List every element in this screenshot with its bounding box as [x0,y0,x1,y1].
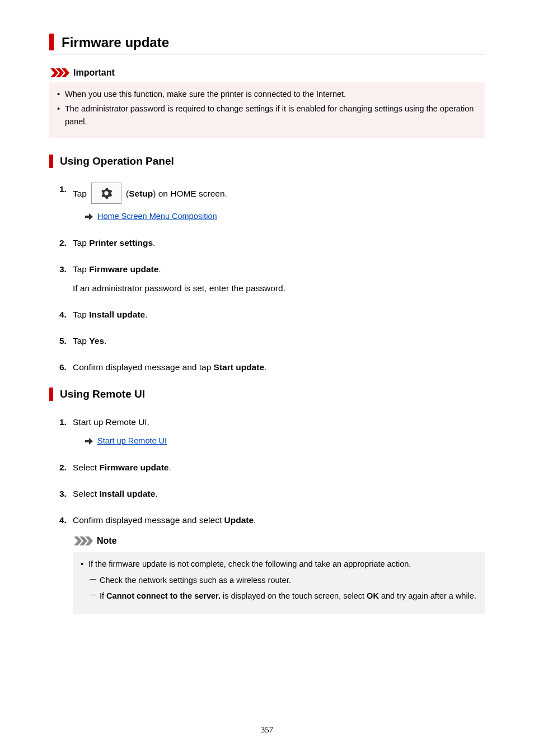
note-header: Note [73,534,485,548]
remote-ui-steps: 1. Start up Remote UI. Start up Remote U… [49,416,485,614]
important-item: When you use this function, make sure th… [57,88,477,100]
step-5: 5. Tap Yes. [59,334,485,347]
step-text: Start up Remote UI. [73,417,149,427]
step-text-bold: Start update [214,362,264,372]
gear-icon [100,187,113,199]
setup-button-illustration [91,183,121,204]
title-text: Firmware update [62,34,169,50]
step-text: Tap [73,336,89,346]
important-callout: Important When you use this function, ma… [49,68,485,138]
step-text-bold: Printer settings [89,238,153,248]
step-text-bold: Install update [99,489,155,498]
step-text: . [158,264,161,274]
step-4: 4. Tap Install update. [59,308,485,321]
step-text: Tap [73,187,87,200]
step-2: 2. Select Firmware update. [59,461,485,474]
step-text: Tap [73,310,89,319]
step-3: 3. Tap Firmware update. If an administra… [59,263,485,295]
step-text: . [145,310,147,319]
note-sub-item: Check the network settings such as a wir… [88,574,477,586]
step-text: Confirm displayed message and select [73,515,224,525]
step-6: 6. Confirm displayed message and tap Sta… [59,361,485,374]
note-callout: Note If the firmware update is not compl… [73,534,485,613]
important-label: Important [73,68,115,78]
arrow-right-icon [85,438,93,445]
accent-bar [49,388,53,401]
step-text: Select [73,463,99,472]
accent-bar [49,34,54,50]
step-text-bold: Yes [89,336,104,346]
page-number: 357 [0,725,534,735]
step-4: 4. Confirm displayed message and select … [59,514,485,614]
note-chevrons-icon [74,536,93,545]
step-text: ) on HOME screen. [153,189,227,198]
note-text-bold: OK [367,591,379,600]
note-text: is displayed on the touch screen, select [221,591,367,600]
start-remote-ui-link[interactable]: Start up Remote UI [97,435,167,447]
note-body: If the firmware update is not complete, … [73,552,485,613]
note-text: and try again after a while. [379,591,476,600]
svg-marker-0 [50,68,58,77]
step-text: . [104,336,106,346]
accent-bar [49,155,53,168]
note-lead-text: If the firmware update is not complete, … [88,559,411,568]
section-heading-operation-panel: Using Operation Panel [49,155,485,168]
note-sub-item: If Cannot connect to the server. is disp… [88,590,477,602]
step-text: . [155,489,157,498]
note-label: Note [97,534,117,548]
svg-marker-3 [85,213,93,220]
important-header: Important [49,68,485,78]
operation-panel-steps: 1. Tap (Setup) on HOME screen. Home Scre… [49,183,485,374]
step-text: . [168,463,171,472]
svg-marker-5 [74,536,82,545]
step-text: Select [73,489,99,498]
important-item: The administrator password is required t… [57,102,477,128]
home-screen-menu-link[interactable]: Home Screen Menu Composition [97,211,217,223]
step-text-bold: Firmware update [99,463,168,472]
step-text: . [264,362,266,372]
step-2: 2. Tap Printer settings. [59,236,485,249]
section-heading-text: Using Remote UI [60,388,145,401]
step-sub-text: If an administrator password is set, ent… [73,282,485,295]
svg-marker-4 [85,438,93,445]
step-1: 1. Start up Remote UI. Start up Remote U… [59,416,485,447]
important-body: When you use this function, make sure th… [49,82,485,138]
note-text-bold: Cannot connect to the server. [106,591,221,600]
note-lead: If the firmware update is not complete, … [81,558,477,602]
step-text: . [254,515,256,525]
important-chevrons-icon [50,68,69,77]
step-text-bold: Install update [89,310,145,319]
page-title: Firmware update [49,34,485,54]
sub-link-row: Start up Remote UI [73,435,485,447]
step-text: Tap [73,238,89,248]
step-1: 1. Tap (Setup) on HOME screen. Home Scre… [59,183,485,223]
step-text-bold: Setup [129,189,153,198]
section-heading-remote-ui: Using Remote UI [49,388,485,401]
arrow-right-icon [85,213,93,220]
step-3: 3. Select Install update. [59,487,485,500]
step-text-bold: Firmware update [89,264,158,274]
sub-link-row: Home Screen Menu Composition [73,211,485,223]
note-text: If [100,591,106,600]
section-heading-text: Using Operation Panel [60,155,174,168]
step-text: Tap [73,264,89,274]
step-text-bold: Update [224,515,254,525]
step-text: . [153,238,155,248]
step-text: Confirm displayed message and tap [73,362,214,372]
